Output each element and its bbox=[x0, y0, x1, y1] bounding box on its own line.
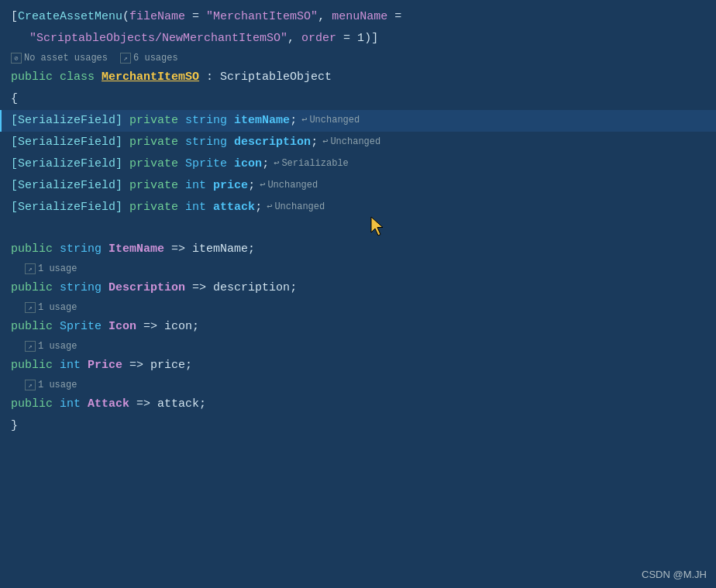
type-string-2: string bbox=[185, 133, 227, 152]
usage-count-4: 1 usage bbox=[38, 380, 77, 390]
attr-serialize-5: [SerializeField] bbox=[11, 198, 122, 217]
line-field-attack: [SerializeField] private int attack ; ↩ … bbox=[0, 197, 716, 218]
type-str-prop-2: string bbox=[60, 279, 102, 297]
ref-itemname: itemName bbox=[192, 240, 248, 259]
no-asset-icon: ⊘ bbox=[11, 53, 22, 64]
line-prop-description: public string Description => description… bbox=[0, 277, 716, 299]
field-description: description bbox=[234, 133, 311, 152]
attr-serialize-2: [SerializeField] bbox=[11, 133, 122, 152]
usage-icon-3: ↗ bbox=[25, 341, 36, 352]
badge-icon-4: ↩ bbox=[260, 178, 265, 193]
ref-description: description bbox=[213, 279, 290, 297]
eq-2: = bbox=[387, 8, 401, 26]
attr-serialize-3: [SerializeField] bbox=[11, 155, 122, 174]
prop-description: Description bbox=[108, 279, 185, 297]
kw-pub-1: public bbox=[11, 240, 53, 259]
type-int-2: int bbox=[185, 198, 206, 217]
line-blank bbox=[0, 218, 716, 239]
badge-icon-1: ↩ bbox=[301, 113, 307, 128]
field-price: price bbox=[213, 177, 248, 195]
kw-private-3: private bbox=[129, 155, 178, 174]
usage-count-text: 6 usages bbox=[133, 53, 178, 64]
line-class-decl: public class MerchantItemSO : Scriptable… bbox=[0, 67, 716, 88]
no-asset-badge: ⊘ No asset usages bbox=[11, 53, 108, 64]
field-itemname: itemName bbox=[234, 112, 290, 130]
line-open-brace: { bbox=[0, 88, 716, 110]
usage-icon: ↗ bbox=[120, 53, 131, 64]
prop-icon: Icon bbox=[108, 318, 136, 336]
line-attribute-1: [CreateAssetMenu(fileName = "MerchantIte… bbox=[0, 6, 716, 28]
line-field-itemname: [SerializeField] private string itemName… bbox=[0, 110, 716, 132]
comma-1: , bbox=[318, 8, 332, 26]
usage-badge-2: ↗ 1 usage bbox=[25, 302, 77, 313]
class-name-merchantitem: MerchantItemSO bbox=[102, 68, 199, 87]
attr-serialize-1: [SerializeField] bbox=[11, 112, 122, 130]
badge-unchanged-5: ↩ Unchanged bbox=[267, 200, 325, 215]
prop-itemname: ItemName bbox=[108, 240, 164, 259]
badge-text-3: Serializable bbox=[281, 156, 348, 171]
paren-open: ( bbox=[122, 8, 129, 26]
line-prop-itemname: public string ItemName => itemName ; bbox=[0, 239, 716, 260]
field-attack: attack bbox=[213, 198, 255, 217]
badge-icon-5: ↩ bbox=[267, 200, 272, 215]
usage-badge-3: ↗ 1 usage bbox=[25, 341, 77, 352]
usage-badge-4: ↗ 1 usage bbox=[25, 380, 77, 390]
badge-icon-2: ↩ bbox=[322, 135, 328, 150]
comma-2: , bbox=[287, 29, 301, 48]
type-int-prop-1: int bbox=[60, 356, 81, 375]
kw-private-2: private bbox=[129, 133, 178, 152]
kw-private-4: private bbox=[129, 177, 178, 195]
line-attribute-2: "ScriptableObjects/NewMerchantItemSO", o… bbox=[0, 28, 716, 50]
attr-serialize-4: [SerializeField] bbox=[11, 177, 122, 195]
badge-text-1: Unchanged bbox=[309, 113, 360, 128]
eq-3: = bbox=[336, 29, 357, 48]
close-brackets: )] bbox=[364, 29, 378, 48]
badge-text-5: Unchanged bbox=[274, 200, 325, 215]
badge-unchanged-1: ↩ Unchanged bbox=[301, 113, 360, 128]
val-menuname: "ScriptableObjects/NewMerchantItemSO" bbox=[29, 29, 287, 48]
usage-count-badge: ↗ 6 usages bbox=[120, 53, 178, 64]
prop-price: Price bbox=[88, 356, 122, 375]
param-filename: fileName bbox=[129, 8, 185, 26]
line-close-brace: } bbox=[0, 415, 716, 437]
ref-price: price bbox=[150, 356, 185, 375]
type-sprite-1: Sprite bbox=[185, 155, 227, 174]
kw-private-1: private bbox=[129, 112, 178, 130]
open-brace: { bbox=[11, 90, 18, 108]
ref-attack: attack bbox=[157, 395, 199, 414]
usage-icon-1: ↗ bbox=[25, 263, 36, 274]
val-order: 1 bbox=[357, 29, 364, 48]
badge-icon-3: ↩ bbox=[274, 156, 279, 171]
eq-1: = bbox=[185, 8, 206, 26]
badge-text-2: Unchanged bbox=[330, 135, 380, 150]
field-icon: icon bbox=[234, 155, 262, 174]
code-container: [CreateAssetMenu(fileName = "MerchantIte… bbox=[0, 0, 716, 588]
usage-line-3: ↗ 1 usage bbox=[0, 338, 716, 355]
val-filename: "MerchantItemSO" bbox=[206, 8, 318, 26]
ref-icon: icon bbox=[164, 318, 192, 336]
type-int-1: int bbox=[185, 177, 206, 195]
kw-public-1: public bbox=[11, 68, 53, 87]
bracket-open: [ bbox=[11, 8, 18, 26]
param-order: order bbox=[301, 29, 336, 48]
badge-serializable: ↩ Serializable bbox=[274, 156, 349, 171]
line-field-icon: [SerializeField] private Sprite icon ; ↩… bbox=[0, 153, 716, 175]
line-prop-price: public int Price => price ; bbox=[0, 355, 716, 377]
kw-pub-3: public bbox=[11, 318, 53, 336]
attr-create-asset-menu: CreateAssetMenu bbox=[18, 8, 122, 26]
close-brace: } bbox=[11, 417, 18, 435]
line-field-price: [SerializeField] private int price ; ↩ U… bbox=[0, 175, 716, 197]
usage-icon-4: ↗ bbox=[25, 380, 36, 390]
kw-private-5: private bbox=[129, 198, 178, 217]
usage-icon-2: ↗ bbox=[25, 302, 36, 313]
usage-line-4: ↗ 1 usage bbox=[0, 377, 716, 394]
usage-count-3: 1 usage bbox=[38, 341, 77, 352]
line-prop-attack: public int Attack => attack ; bbox=[0, 394, 716, 415]
type-string-1: string bbox=[185, 112, 227, 130]
badge-text-4: Unchanged bbox=[267, 178, 318, 193]
usage-line-1: ↗ 1 usage bbox=[0, 260, 716, 277]
type-str-prop-1: string bbox=[60, 240, 102, 259]
branding: CSDN @M.JH bbox=[642, 569, 707, 580]
usage-count-2: 1 usage bbox=[38, 302, 77, 313]
usage-line-2: ↗ 1 usage bbox=[0, 299, 716, 316]
